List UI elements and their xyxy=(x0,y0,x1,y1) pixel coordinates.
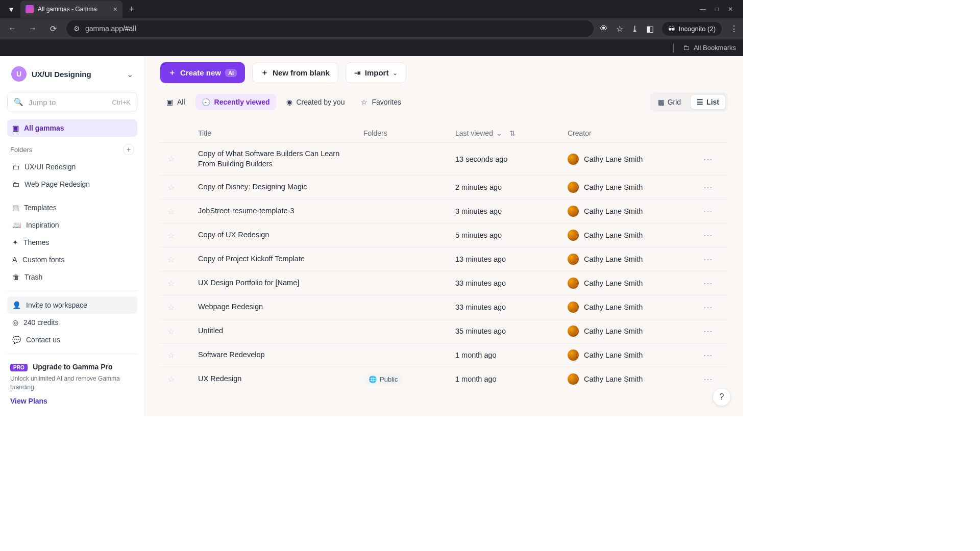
new-blank-button[interactable]: ＋ New from blank xyxy=(252,62,338,83)
sidebar-item-themes[interactable]: ✦ Themes xyxy=(7,234,137,251)
row-more-icon[interactable]: ⋯ xyxy=(695,373,721,385)
tab-title: All gammas - Gamma xyxy=(38,6,97,13)
workspace-switcher[interactable]: U UX/UI Designing ⌄ xyxy=(7,63,137,85)
sidebar-item-invite[interactable]: 👤 Invite to workspace xyxy=(7,296,137,314)
side-panel-icon[interactable]: ◧ xyxy=(646,24,654,34)
close-window-icon[interactable]: ✕ xyxy=(728,6,733,13)
sparkle-icon: ✦ xyxy=(12,238,18,246)
row-last-viewed: 13 seconds ago xyxy=(455,155,568,163)
folder-label: UX/UI Redesign xyxy=(24,163,76,171)
url-path: /#all xyxy=(123,24,136,33)
table-row[interactable]: ☆Copy of Project Kickoff Template13 minu… xyxy=(160,247,728,271)
address-bar[interactable]: ⚙ gamma.app/#all xyxy=(66,20,594,37)
row-title[interactable]: Copy of Project Kickoff Template xyxy=(198,254,363,264)
sidebar-item-templates[interactable]: ▤ Templates xyxy=(7,199,137,216)
forward-button[interactable]: → xyxy=(26,21,40,36)
row-creator: Cathy Lane Smith xyxy=(568,182,695,193)
filter-favorites[interactable]: ☆ Favorites xyxy=(355,94,407,110)
row-title[interactable]: Copy of What Software Builders Can Learn… xyxy=(198,149,363,169)
jump-to-search[interactable]: 🔍 Jump to Ctrl+K xyxy=(7,92,137,112)
favorite-star-icon[interactable]: ☆ xyxy=(167,231,198,240)
row-more-icon[interactable]: ⋯ xyxy=(695,206,721,217)
close-tab-icon[interactable]: × xyxy=(113,5,117,13)
trash-label: Trash xyxy=(24,273,42,281)
th-folders[interactable]: Folders xyxy=(363,129,455,137)
favorite-star-icon[interactable]: ☆ xyxy=(167,255,198,264)
row-title[interactable]: Webpage Redesign xyxy=(198,302,363,312)
row-title[interactable]: Untitled xyxy=(198,326,363,336)
row-title[interactable]: Copy of Disney: Designing Magic xyxy=(198,182,363,192)
sidebar-item-contact[interactable]: 💬 Contact us xyxy=(7,331,137,348)
table-row[interactable]: ☆Untitled35 minutes agoCathy Lane Smith⋯ xyxy=(160,319,728,343)
row-creator: Cathy Lane Smith xyxy=(568,206,695,217)
table-row[interactable]: ☆Copy of Disney: Designing Magic2 minute… xyxy=(160,175,728,199)
add-folder-button[interactable]: + xyxy=(123,144,134,155)
kebab-menu-icon[interactable]: ⋮ xyxy=(730,24,738,34)
tab-search-button[interactable]: ▾ xyxy=(4,2,18,16)
sort-swap-icon[interactable]: ⇅ xyxy=(509,129,516,137)
sidebar-item-inspiration[interactable]: 📖 Inspiration xyxy=(7,216,137,234)
incognito-badge[interactable]: 🕶 Incognito (2) xyxy=(662,22,722,36)
row-title[interactable]: Copy of UX Redesign xyxy=(198,230,363,240)
favorite-star-icon[interactable]: ☆ xyxy=(167,327,198,336)
favorite-star-icon[interactable]: ☆ xyxy=(167,303,198,312)
back-button[interactable]: ← xyxy=(5,21,19,36)
filter-all[interactable]: ▣ All xyxy=(160,94,191,110)
sidebar-item-custom-fonts[interactable]: 𝖠 Custom fonts xyxy=(7,251,137,268)
new-tab-button[interactable]: + xyxy=(125,2,139,16)
site-info-icon[interactable]: ⚙ xyxy=(74,24,80,33)
reload-button[interactable]: ⟳ xyxy=(46,21,60,36)
row-title[interactable]: UX Design Portfolio for [Name] xyxy=(198,278,363,288)
table-row[interactable]: ☆Copy of What Software Builders Can Lear… xyxy=(160,142,728,175)
favorite-star-icon[interactable]: ☆ xyxy=(167,154,198,164)
row-title[interactable]: Software Redevelop xyxy=(198,350,363,360)
table-row[interactable]: ☆Webpage Redesign33 minutes agoCathy Lan… xyxy=(160,295,728,319)
browser-tab[interactable]: All gammas - Gamma × xyxy=(20,1,122,18)
table-row[interactable]: ☆Copy of UX Redesign5 minutes agoCathy L… xyxy=(160,223,728,247)
filter-created-by-you[interactable]: ◉ Created by you xyxy=(280,94,351,110)
row-title[interactable]: JobStreet-resume-template-3 xyxy=(198,206,363,216)
row-more-icon[interactable]: ⋯ xyxy=(695,349,721,361)
minimize-icon[interactable]: ― xyxy=(700,6,706,13)
maximize-icon[interactable]: □ xyxy=(715,6,719,13)
th-title[interactable]: Title xyxy=(198,129,363,137)
all-bookmarks-link[interactable]: All Bookmarks xyxy=(694,44,736,52)
row-more-icon[interactable]: ⋯ xyxy=(695,182,721,193)
sidebar-item-all-gammas[interactable]: ▣ All gammas xyxy=(7,119,137,137)
row-more-icon[interactable]: ⋯ xyxy=(695,302,721,313)
table-row[interactable]: ☆UX Redesign🌐 Public1 month agoCathy Lan… xyxy=(160,367,728,391)
sidebar-item-trash[interactable]: 🗑 Trash xyxy=(7,268,137,286)
table-row[interactable]: ☆Software Redevelop1 month agoCathy Lane… xyxy=(160,343,728,367)
view-plans-link[interactable]: View Plans xyxy=(10,397,47,405)
sidebar-folder-uxui-redesign[interactable]: 🗀 UX/UI Redesign xyxy=(7,158,137,176)
help-fab[interactable]: ? xyxy=(713,388,731,406)
favorite-star-icon[interactable]: ☆ xyxy=(167,207,198,216)
sidebar-folder-webpage-redesign[interactable]: 🗀 Web Page Redesign xyxy=(7,176,137,193)
row-more-icon[interactable]: ⋯ xyxy=(695,254,721,265)
row-title[interactable]: UX Redesign xyxy=(198,374,363,384)
eye-off-icon[interactable]: 👁 xyxy=(600,24,608,33)
row-more-icon[interactable]: ⋯ xyxy=(695,154,721,165)
sidebar-item-credits[interactable]: ◎ 240 credits xyxy=(7,314,137,331)
favorite-star-icon[interactable]: ☆ xyxy=(167,350,198,360)
filter-recently-viewed[interactable]: 🕘 Recently viewed xyxy=(195,94,276,110)
th-last-viewed[interactable]: Last viewed ⌄ ⇅ xyxy=(455,129,568,137)
favorite-star-icon[interactable]: ☆ xyxy=(167,183,198,192)
row-creator: Cathy Lane Smith xyxy=(568,278,695,289)
th-creator[interactable]: Creator xyxy=(568,129,695,137)
bookmark-star-icon[interactable]: ☆ xyxy=(616,24,623,34)
favorite-star-icon[interactable]: ☆ xyxy=(167,279,198,288)
row-more-icon[interactable]: ⋯ xyxy=(695,230,721,241)
row-more-icon[interactable]: ⋯ xyxy=(695,325,721,337)
downloads-icon[interactable]: ⤓ xyxy=(631,24,638,34)
create-new-button[interactable]: ＋ Create new AI xyxy=(160,62,245,83)
grid-icon: ▦ xyxy=(658,98,665,106)
table-row[interactable]: ☆JobStreet-resume-template-33 minutes ag… xyxy=(160,199,728,223)
creator-avatar xyxy=(568,230,579,241)
view-grid-button[interactable]: ▦ Grid xyxy=(652,94,687,110)
favorite-star-icon[interactable]: ☆ xyxy=(167,374,198,384)
import-button[interactable]: ⇥ Import ⌄ xyxy=(346,62,407,83)
row-more-icon[interactable]: ⋯ xyxy=(695,278,721,289)
table-row[interactable]: ☆UX Design Portfolio for [Name]33 minute… xyxy=(160,271,728,295)
view-list-button[interactable]: ☰ List xyxy=(690,94,726,110)
